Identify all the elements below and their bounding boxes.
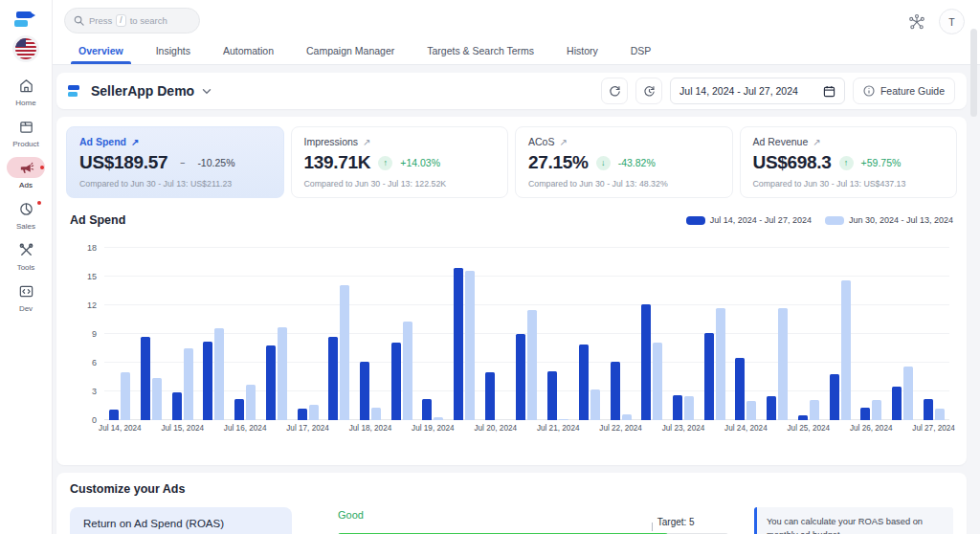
- bar-group[interactable]: [386, 248, 417, 420]
- search-input[interactable]: Press / to search: [64, 8, 200, 33]
- home-icon: [18, 78, 34, 94]
- bar: [465, 271, 475, 420]
- bar-group[interactable]: [323, 248, 355, 420]
- bar: [422, 399, 432, 420]
- x-tick: Jul 17, 2024: [292, 424, 323, 435]
- x-tick: Jul 22, 2024: [605, 424, 636, 435]
- bar: [172, 392, 182, 420]
- kpi-value: US$698.3: [753, 152, 832, 173]
- bar-group[interactable]: [824, 248, 856, 420]
- sync-history-button[interactable]: [635, 78, 662, 104]
- tab-insights[interactable]: Insights: [154, 38, 192, 64]
- bar-group[interactable]: [918, 248, 949, 420]
- bar-group[interactable]: [636, 248, 668, 420]
- us-flag-icon[interactable]: [15, 38, 36, 59]
- notification-dot: [40, 166, 44, 169]
- bar: [579, 345, 589, 420]
- date-range-picker[interactable]: Jul 14, 2024 - Jul 27, 2024: [670, 78, 845, 104]
- bar-group[interactable]: [479, 248, 511, 420]
- kpi-card-acos[interactable]: ACoS ↗ 27.15% ↓ -43.82% Compared to Jun …: [515, 126, 733, 198]
- bar-group[interactable]: [417, 248, 449, 420]
- tab-history[interactable]: History: [565, 38, 600, 64]
- kpi-row: Ad Spend ↗ US$189.57 – -10.25% Compared …: [66, 126, 957, 198]
- bar-group[interactable]: [668, 248, 700, 420]
- bar: [328, 337, 338, 420]
- tab-overview[interactable]: Overview: [77, 38, 125, 64]
- bar-group[interactable]: [856, 248, 887, 420]
- external-arrow-icon[interactable]: ↗: [559, 137, 567, 147]
- sidebar-nav: Home Product Ads Sales Tools Dev: [0, 75, 53, 313]
- kpi-value: 139.71K: [304, 152, 371, 173]
- kpi-card-ad-spend[interactable]: Ad Spend ↗ US$189.57 – -10.25% Compared …: [66, 126, 284, 198]
- external-arrow-icon[interactable]: ↗: [363, 137, 370, 147]
- sidebar-item-sales[interactable]: Sales: [0, 198, 53, 231]
- x-tick: Jul 20, 2024: [479, 424, 511, 435]
- kpi-card-impressions[interactable]: Impressions ↗ 139.71K ↑ +14.03% Compared…: [291, 126, 509, 198]
- legend-label: Jun 30, 2024 - Jul 13, 2024: [849, 215, 953, 225]
- bar-group[interactable]: [292, 248, 323, 420]
- bar-group[interactable]: [261, 248, 293, 420]
- bar-group[interactable]: [355, 248, 387, 420]
- bar-group[interactable]: [887, 248, 919, 420]
- y-tick-label: 0: [72, 415, 97, 425]
- sidebar-item-product[interactable]: Product: [0, 116, 53, 148]
- tab-dsp[interactable]: DSP: [629, 38, 654, 64]
- sidebar-item-dev[interactable]: Dev: [0, 280, 53, 313]
- bar: [611, 362, 620, 420]
- bar: [485, 372, 495, 420]
- sidebar-item-tools[interactable]: Tools: [0, 239, 53, 272]
- integrations-network-icon[interactable]: [908, 13, 925, 31]
- kpi-card-ad-revenue[interactable]: Ad Revenue ↗ US$698.3 ↑ +59.75% Compared…: [740, 126, 958, 198]
- kpi-change: +14.03%: [400, 157, 440, 168]
- bar-group[interactable]: [230, 248, 261, 420]
- kpi-label: Ad Revenue: [753, 136, 809, 147]
- bar-group[interactable]: [198, 248, 230, 420]
- bar-group[interactable]: [574, 248, 606, 420]
- bar-group[interactable]: [511, 248, 543, 420]
- refresh-button[interactable]: [601, 78, 628, 104]
- legend-item[interactable]: Jul 14, 2024 - Jul 27, 2024: [686, 215, 812, 225]
- bar-group[interactable]: [167, 248, 198, 420]
- bar-group[interactable]: [104, 248, 136, 420]
- trend-neutral-icon: –: [175, 156, 189, 170]
- bar-group[interactable]: [136, 248, 167, 420]
- bar: [141, 337, 150, 420]
- bar-group[interactable]: [543, 248, 574, 420]
- x-tick: Jul 25, 2024: [792, 424, 824, 435]
- sellerapp-logo-icon[interactable]: [14, 10, 37, 29]
- bar: [684, 396, 694, 420]
- external-arrow-icon[interactable]: ↗: [813, 137, 820, 147]
- bar: [152, 378, 162, 420]
- bar: [810, 400, 819, 420]
- x-tick: Jul 16, 2024: [230, 424, 261, 435]
- legend-swatch-icon: [686, 216, 705, 225]
- bar-group[interactable]: [792, 248, 824, 420]
- external-arrow-icon[interactable]: ↗: [131, 137, 139, 147]
- sellerapp-brand-icon: [68, 84, 83, 98]
- bar-group[interactable]: [730, 248, 762, 420]
- legend-item[interactable]: Jun 30, 2024 - Jul 13, 2024: [825, 215, 953, 225]
- feature-guide-button[interactable]: Feature Guide: [853, 78, 955, 104]
- tab-automation[interactable]: Automation: [221, 38, 276, 64]
- chevron-down-icon[interactable]: [202, 88, 212, 95]
- trend-up-icon: ↑: [378, 156, 392, 170]
- tab-campaign-manager[interactable]: Campaign Manager: [304, 38, 396, 64]
- sidebar-item-ads[interactable]: Ads: [0, 157, 53, 189]
- account-title: SellerApp Demo: [91, 83, 194, 99]
- bar-group[interactable]: [762, 248, 793, 420]
- tab-targets-search-terms[interactable]: Targets & Search Terms: [425, 38, 536, 64]
- bar-group[interactable]: [699, 248, 730, 420]
- tools-icon: [18, 242, 34, 258]
- roas-card[interactable]: Return on Ad Spend (ROAS) 3.68: [70, 507, 292, 534]
- user-avatar[interactable]: T: [939, 9, 965, 34]
- bar: [121, 372, 130, 420]
- sidebar-item-home[interactable]: Home: [0, 75, 53, 107]
- ad-spend-chart[interactable]: 0369121518: [104, 248, 949, 420]
- chart-legend: Jul 14, 2024 - Jul 27, 2024Jun 30, 2024 …: [686, 215, 953, 225]
- bar: [309, 405, 319, 420]
- bar-group[interactable]: [605, 248, 636, 420]
- scrollbar-thumb[interactable]: [970, 29, 977, 117]
- bar-group[interactable]: [449, 248, 480, 420]
- bar: [184, 348, 193, 420]
- y-tick-label: 15: [72, 272, 97, 281]
